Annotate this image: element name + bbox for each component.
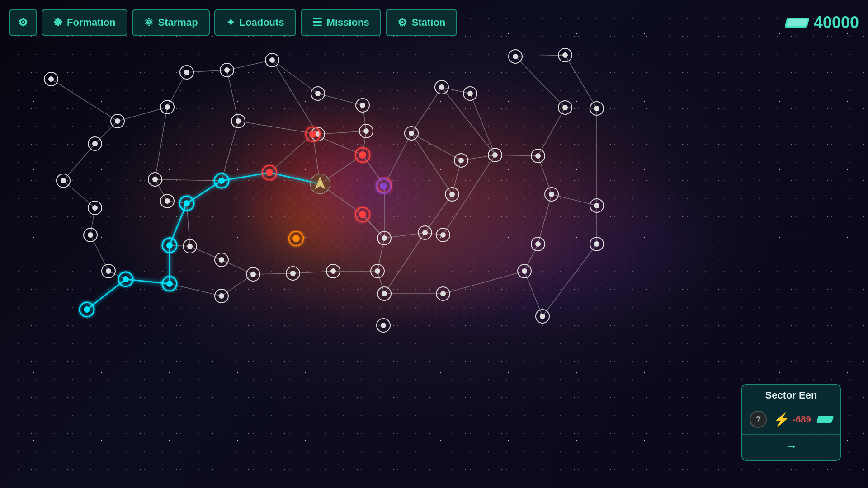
station-icon: ⚙ (397, 16, 407, 29)
svg-point-191 (562, 52, 568, 58)
svg-point-158 (359, 211, 366, 218)
svg-point-173 (467, 91, 473, 96)
svg-point-193 (594, 106, 599, 111)
svg-point-183 (382, 291, 387, 296)
svg-point-203 (535, 241, 541, 247)
svg-point-156 (266, 169, 273, 176)
svg-point-128 (123, 276, 129, 282)
sector-panel: Sector Een ? ⚡ -689 → (741, 384, 841, 461)
svg-point-201 (594, 203, 599, 208)
svg-line-71 (542, 244, 597, 316)
sector-stat-value: -689 (793, 414, 811, 425)
svg-line-38 (170, 284, 222, 296)
formation-button[interactable]: ❋ Formation (42, 9, 127, 36)
currency-amount: 40000 (814, 13, 859, 32)
svg-point-114 (61, 178, 66, 183)
svg-point-132 (166, 242, 173, 249)
svg-point-150 (381, 323, 386, 328)
svg-line-56 (515, 55, 565, 56)
lightning-icon: ⚡ (773, 412, 790, 427)
svg-point-142 (250, 272, 256, 277)
svg-point-189 (513, 54, 518, 59)
svg-point-140 (219, 257, 224, 263)
svg-point-108 (236, 118, 241, 124)
svg-line-22 (155, 179, 222, 181)
svg-point-175 (458, 158, 464, 163)
starmap-button[interactable]: ⚛ Starmap (132, 9, 210, 36)
svg-point-144 (290, 271, 296, 276)
missions-label: Missions (327, 17, 369, 28)
svg-point-100 (269, 57, 275, 63)
svg-line-30 (253, 273, 293, 274)
svg-point-116 (92, 205, 98, 211)
svg-point-195 (562, 105, 568, 110)
svg-point-2 (244, 167, 371, 276)
svg-line-15 (155, 107, 167, 179)
settings-button[interactable]: ⚙ (9, 9, 37, 36)
svg-line-4 (118, 107, 167, 121)
svg-line-43 (411, 87, 442, 133)
svg-point-138 (187, 244, 193, 249)
svg-line-59 (515, 56, 565, 108)
svg-point-179 (422, 230, 428, 235)
svg-point-146 (330, 268, 336, 274)
sector-proceed-button[interactable]: → (785, 439, 797, 454)
svg-point-167 (382, 235, 387, 241)
svg-point-134 (184, 200, 190, 206)
loadouts-icon: ✦ (226, 16, 235, 29)
sector-title: Sector Een (742, 385, 840, 405)
svg-line-19 (90, 208, 95, 235)
svg-point-205 (594, 241, 599, 247)
resource-bar-icon (816, 416, 833, 423)
svg-point-181 (440, 232, 446, 238)
svg-point-185 (440, 291, 446, 296)
station-button[interactable]: ⚙ Station (386, 9, 458, 36)
currency-icon (784, 18, 810, 28)
svg-point-199 (549, 192, 554, 197)
loadouts-label: Loadouts (240, 17, 284, 28)
svg-line-3 (51, 79, 118, 121)
svg-point-161 (292, 235, 300, 242)
sector-arrow-area[interactable]: → (742, 434, 840, 460)
missions-button[interactable]: ☰ Missions (301, 9, 381, 36)
svg-point-118 (88, 232, 93, 238)
sector-lightning-stat: ⚡ -689 (773, 412, 811, 427)
svg-point-187 (492, 152, 498, 158)
svg-line-76 (187, 181, 222, 203)
sector-bar-stat (817, 416, 833, 423)
starmap-label: Starmap (158, 17, 198, 28)
top-navigation: ⚙ ❋ Formation ⚛ Starmap ✦ Loadouts ☰ Mis… (9, 9, 859, 36)
svg-line-16 (95, 121, 118, 144)
svg-point-177 (449, 192, 455, 197)
svg-line-13 (227, 70, 238, 121)
svg-point-148 (219, 293, 224, 299)
svg-line-42 (442, 87, 495, 155)
question-icon: ? (750, 411, 767, 428)
settings-icon: ⚙ (18, 16, 28, 29)
svg-line-5 (167, 72, 187, 107)
svg-point-94 (165, 104, 170, 110)
starmap-icon: ⚛ (144, 16, 154, 29)
svg-point-124 (165, 198, 170, 204)
svg-point-171 (439, 84, 444, 90)
svg-line-29 (222, 260, 253, 274)
svg-point-126 (84, 306, 90, 313)
formation-icon: ❋ (53, 16, 62, 29)
svg-line-65 (538, 194, 552, 244)
svg-point-96 (184, 70, 189, 75)
svg-point-165 (375, 268, 380, 274)
svg-point-136 (218, 178, 225, 184)
svg-line-20 (90, 235, 108, 271)
map-area[interactable] (0, 0, 868, 488)
svg-line-41 (470, 94, 495, 155)
sector-question-stat: ? (750, 411, 767, 428)
svg-line-39 (222, 274, 253, 296)
svg-point-106 (363, 128, 369, 134)
sector-stats: ? ⚡ -689 (742, 405, 840, 433)
loadouts-button[interactable]: ✦ Loadouts (214, 9, 296, 36)
svg-point-122 (152, 177, 158, 182)
svg-line-8 (272, 60, 318, 94)
svg-point-102 (315, 91, 321, 96)
svg-point-197 (535, 153, 541, 159)
station-label: Station (412, 17, 446, 28)
